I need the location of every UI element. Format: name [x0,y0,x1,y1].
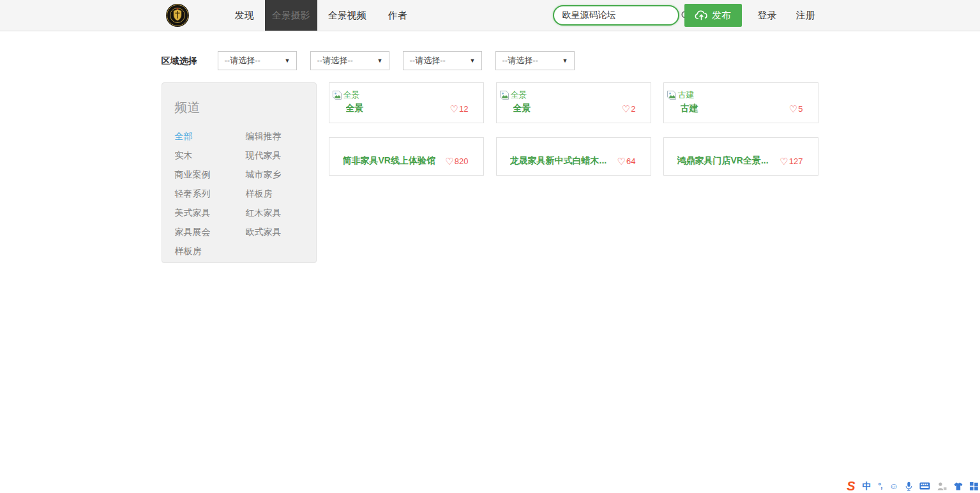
publish-label: 发布 [712,10,731,22]
broken-image-icon [499,90,509,100]
like-counter[interactable]: ♡ 2 [622,104,636,114]
like-counter[interactable]: ♡ 64 [617,156,636,166]
dropdown-arrow-icon: ▼ [562,57,568,64]
channel-item-rosewood-furniture[interactable]: 红木家具 [246,208,305,219]
image-alt-text: 古建 [678,89,695,101]
channel-item-show-room-2[interactable]: 样板房 [175,246,246,257]
region-select-3[interactable]: --请选择-- ▼ [403,51,482,70]
channel-item-light-luxury[interactable]: 轻奢系列 [175,188,246,200]
search-input[interactable] [554,10,681,20]
nav-item-panorama-photography[interactable]: 全景摄影 [265,0,317,31]
panorama-card-5[interactable]: 龙晟家具新中式白蜡木... ♡ 64 [496,137,651,176]
heart-icon: ♡ [789,104,797,114]
select-value: --请选择-- [410,55,446,66]
main-nav: 发现 全景摄影 全景视频 作者 [224,0,418,31]
panorama-card-4[interactable]: 简非家具VR线上体验馆 ♡ 820 [329,137,484,176]
heart-icon: ♡ [445,156,453,166]
channel-item-american-furniture[interactable]: 美式家具 [175,208,246,219]
like-counter[interactable]: ♡ 5 [789,104,803,114]
dropdown-arrow-icon: ▼ [377,57,383,64]
search-box [553,5,679,26]
publish-button[interactable]: 发布 [684,4,742,27]
microphone-icon[interactable] [905,482,912,491]
channel-item-editor-picks[interactable]: 编辑推荐 [246,131,305,142]
skin-icon[interactable] [954,482,963,490]
select-value: --请选择-- [502,55,538,66]
heart-icon: ♡ [617,156,626,166]
dropdown-arrow-icon: ▼ [285,57,290,64]
heart-icon: ♡ [622,104,630,114]
like-count: 2 [631,104,635,114]
region-select-1[interactable]: --请选择-- ▼ [218,51,297,70]
broken-image-icon [332,90,342,100]
ime-toolbar: S 中 °, ☺ [847,480,978,492]
like-counter[interactable]: ♡ 127 [780,156,803,166]
sogou-logo-icon[interactable]: S [847,480,855,492]
card-title[interactable]: 龙晟家具新中式白蜡木... [510,155,607,167]
channel-item-modern-furniture[interactable]: 现代家具 [246,150,305,162]
panorama-card-grid: 全景 全景 ♡ 12 全景 [329,82,818,176]
channel-sidebar: 频道 全部 编辑推荐 实木 现代家具 商业案例 城市家乡 轻奢系列 样板房 美式… [162,82,317,263]
card-title[interactable]: 简非家具VR线上体验馆 [343,155,435,167]
channel-item-city-hometown[interactable]: 城市家乡 [246,169,305,181]
cloud-upload-icon [695,10,708,21]
region-select-2[interactable]: --请选择-- ▼ [310,51,389,70]
panorama-card-3[interactable]: 古建 古建 ♡ 5 [663,82,818,123]
image-alt-text: 全景 [343,89,360,101]
like-counter[interactable]: ♡ 12 [450,104,469,114]
nav-item-discover[interactable]: 发现 [224,0,265,31]
channel-item-business-cases[interactable]: 商业案例 [175,169,246,181]
select-value: --请选择-- [317,55,353,66]
login-link[interactable]: 登录 [758,10,777,22]
site-logo[interactable] [165,3,190,27]
image-alt-text: 全景 [511,89,527,101]
simplified-traditional-icon[interactable] [937,482,947,490]
nav-item-authors[interactable]: 作者 [377,0,418,31]
like-count: 5 [798,104,803,114]
like-count: 127 [789,156,803,166]
channel-item-show-room[interactable]: 样板房 [246,188,305,200]
channel-item-all[interactable]: 全部 [175,131,246,142]
register-link[interactable]: 注册 [796,10,815,22]
region-filter-section: 区域选择 --请选择-- ▼ --请选择-- ▼ --请选择-- ▼ --请选择… [162,51,819,70]
broken-image-icon [667,90,677,100]
heart-icon: ♡ [450,104,458,114]
region-select-4[interactable]: --请选择-- ▼ [495,51,575,70]
channel-title: 频道 [175,99,303,116]
panorama-card-2[interactable]: 全景 全景 ♡ 2 [496,82,651,123]
like-count: 12 [459,104,468,114]
like-count: 820 [455,156,469,166]
card-title[interactable]: 古建 [681,103,698,114]
region-filter-label: 区域选择 [162,51,218,70]
card-title[interactable]: 全景 [346,103,364,114]
toolbox-icon[interactable] [970,482,978,490]
like-count: 64 [626,156,635,166]
emoji-icon[interactable]: ☺ [889,482,898,490]
card-title[interactable]: 全景 [513,103,531,114]
select-value: --请选择-- [225,55,260,66]
like-counter[interactable]: ♡ 820 [445,156,468,166]
top-header: 发现 全景摄影 全景视频 作者 发布 [0,0,980,31]
dropdown-arrow-icon: ▼ [470,57,476,64]
panorama-card-1[interactable]: 全景 全景 ♡ 12 [329,82,484,123]
channel-item-solid-wood[interactable]: 实木 [175,150,246,162]
soft-keyboard-icon[interactable] [919,482,930,490]
region-selects: --请选择-- ▼ --请选择-- ▼ --请选择-- ▼ --请选择-- ▼ [218,51,575,70]
punctuation-icon[interactable]: °, [878,482,882,490]
card-title[interactable]: 鸿鼎家具门店VR全景... [677,155,769,167]
header-right-group: 发布 登录 注册 [553,4,819,27]
channel-item-furniture-expo[interactable]: 家具展会 [175,227,246,238]
crest-logo-icon [165,3,190,27]
panorama-card-6[interactable]: 鸿鼎家具门店VR全景... ♡ 127 [663,137,818,176]
chinese-mode-icon[interactable]: 中 [863,482,871,490]
channel-list: 全部 编辑推荐 实木 现代家具 商业案例 城市家乡 轻奢系列 样板房 美式家具 … [175,127,303,261]
heart-icon: ♡ [780,156,788,166]
channel-item-european-furniture[interactable]: 欧式家具 [246,227,305,238]
nav-item-panorama-video[interactable]: 全景视频 [317,0,377,31]
